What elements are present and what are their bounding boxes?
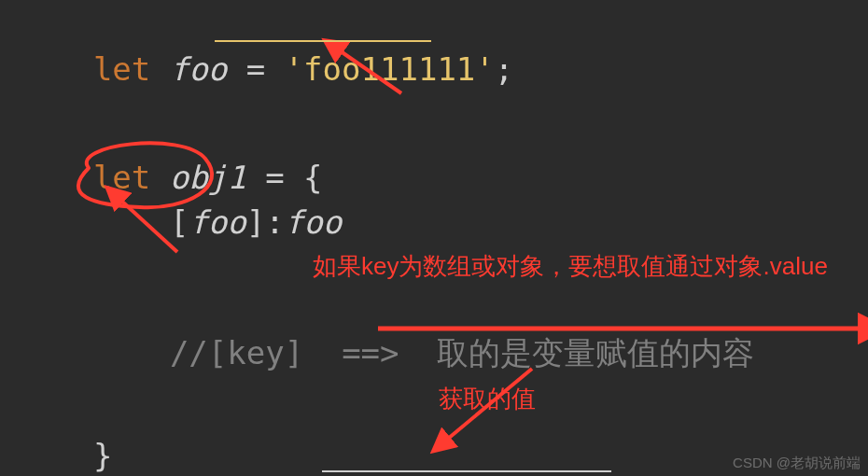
colon: : xyxy=(265,203,284,241)
code-block: let foo = 'foo111111'; let obj1 = { [foo… xyxy=(0,0,868,476)
bracket-open: [ xyxy=(170,203,189,241)
var-foo: foo xyxy=(170,50,227,88)
semicolon: ; xyxy=(495,50,513,88)
code-line-4: [foo]:foo xyxy=(93,159,342,287)
key-foo: foo xyxy=(189,203,245,241)
value-foo: foo xyxy=(285,203,342,241)
string-literal: 'foo111111' xyxy=(285,50,495,88)
code-console: console.log( obj1.foo111111 ); xyxy=(17,435,705,476)
comment-key: [key] ==> xyxy=(208,334,438,371)
watermark: CSDN @老胡说前端 xyxy=(733,454,861,472)
comment-cn: 取的是变量赋值的内容 xyxy=(437,335,754,371)
keyword-let: let xyxy=(93,50,170,88)
code-comment: //[key] ==> 取的是变量赋值的内容 xyxy=(93,289,754,418)
annotation-note-1: 如果key为数组或对象，要想取值通过对象.value xyxy=(313,250,828,283)
annotation-note-2: 获取的值 xyxy=(439,383,536,415)
bracket-close: ] xyxy=(246,203,265,241)
op-eq: = xyxy=(227,50,284,88)
comment-slashes: // xyxy=(170,334,208,371)
